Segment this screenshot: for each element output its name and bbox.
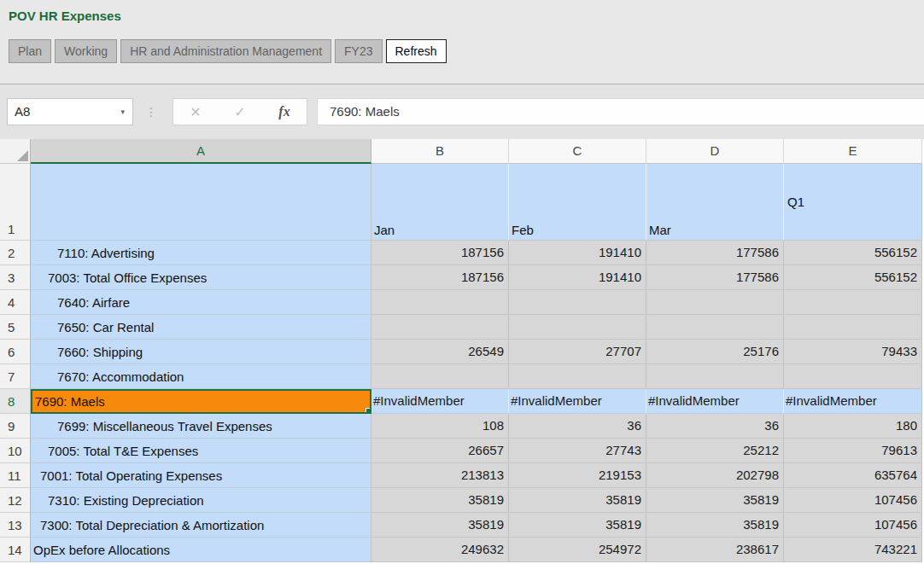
cell-D3[interactable]: 177586 [646, 265, 784, 290]
cell-C6[interactable]: 27707 [509, 340, 646, 364]
formula-input[interactable]: 7690: Maels [317, 98, 924, 125]
cell-E1[interactable]: Q1 [784, 164, 922, 241]
cell-A11[interactable]: 7001: Total Operating Expenses [31, 463, 371, 488]
column-header-E[interactable]: E [784, 139, 922, 164]
cell-C3[interactable]: 191410 [509, 265, 646, 290]
pov-button-hr-and-administration-management[interactable]: HR and Administration Management [120, 39, 331, 63]
cell-A13[interactable]: 7300: Total Depreciation & Amortization [31, 513, 371, 538]
cell-E4[interactable] [784, 290, 922, 315]
cell-B9[interactable]: 108 [371, 414, 509, 439]
name-box[interactable]: A8 ▾ [7, 98, 133, 125]
row-header-4[interactable]: 4 [0, 290, 31, 315]
column-header-A[interactable]: A [31, 139, 371, 164]
cell-D4[interactable] [646, 290, 784, 315]
cell-E9[interactable]: 180 [784, 414, 922, 439]
cell-D11[interactable]: 202798 [646, 463, 784, 488]
cell-D5[interactable] [646, 315, 784, 340]
row-header-14[interactable]: 14 [0, 538, 31, 562]
row-header-5[interactable]: 5 [0, 315, 31, 340]
cell-A12[interactable]: 7310: Existing Depreciation [31, 488, 371, 513]
cell-C2[interactable]: 191410 [509, 241, 646, 265]
cell-C10[interactable]: 27743 [509, 439, 646, 463]
cell-B1[interactable]: Jan [371, 164, 509, 241]
cell-D10[interactable]: 25212 [646, 439, 784, 463]
cell-A5[interactable]: 7650: Car Rental [31, 315, 371, 340]
cell-A7[interactable]: 7670: Accommodation [31, 364, 371, 389]
column-header-C[interactable]: C [509, 139, 646, 164]
cell-B13[interactable]: 35819 [371, 513, 509, 538]
row-header-12[interactable]: 12 [0, 488, 31, 513]
cell-E12[interactable]: 107456 [784, 488, 922, 513]
row-header-7[interactable]: 7 [0, 364, 31, 389]
cell-E6[interactable]: 79433 [784, 340, 922, 364]
cell-A10[interactable]: 7005: Total T&E Expenses [31, 439, 371, 463]
cell-D14[interactable]: 238617 [646, 538, 784, 562]
cell-E11[interactable]: 635764 [784, 463, 922, 488]
cell-C7[interactable] [509, 364, 646, 389]
cell-B7[interactable] [371, 364, 509, 389]
cell-A1[interactable] [31, 164, 371, 241]
column-header-B[interactable]: B [371, 139, 509, 164]
cell-C13[interactable]: 35819 [509, 513, 646, 538]
cell-C1[interactable]: Feb [509, 164, 646, 241]
drag-handle-icon[interactable]: ⋮ [145, 98, 155, 125]
cell-E13[interactable]: 107456 [784, 513, 922, 538]
cell-C8[interactable]: #InvalidMember [509, 389, 646, 414]
row-header-8[interactable]: 8 [0, 389, 31, 414]
cell-D13[interactable]: 35819 [646, 513, 784, 538]
enter-icon[interactable]: ✓ [234, 104, 245, 120]
insert-function-icon[interactable]: fx [278, 104, 289, 119]
cell-A14[interactable]: OpEx before Allocations [31, 538, 371, 562]
cell-E10[interactable]: 79613 [784, 439, 922, 463]
cell-D2[interactable]: 177586 [646, 241, 784, 265]
cell-B4[interactable] [371, 290, 509, 315]
row-header-13[interactable]: 13 [0, 513, 31, 538]
cell-D12[interactable]: 35819 [646, 488, 784, 513]
cell-A8[interactable]: 7690: Maels [31, 389, 371, 414]
cell-B5[interactable] [371, 315, 509, 340]
chevron-down-icon[interactable]: ▾ [120, 99, 125, 125]
cell-B6[interactable]: 26549 [371, 340, 509, 364]
cell-C14[interactable]: 254972 [509, 538, 646, 562]
cell-E7[interactable] [784, 364, 922, 389]
cell-B12[interactable]: 35819 [371, 488, 509, 513]
row-header-11[interactable]: 11 [0, 463, 31, 488]
row-header-1[interactable]: 1 [0, 164, 31, 241]
cell-D6[interactable]: 25176 [646, 340, 784, 364]
select-all-corner[interactable] [0, 139, 31, 164]
row-header-3[interactable]: 3 [0, 265, 31, 290]
pov-button-fy23[interactable]: FY23 [335, 39, 382, 63]
cell-B3[interactable]: 187156 [371, 265, 509, 290]
cell-A9[interactable]: 7699: Miscellaneous Travel Expenses [31, 414, 371, 439]
cell-A4[interactable]: 7640: Airfare [31, 290, 371, 315]
row-header-10[interactable]: 10 [0, 439, 31, 463]
cell-D7[interactable] [646, 364, 784, 389]
cell-C9[interactable]: 36 [509, 414, 646, 439]
cell-E3[interactable]: 556152 [784, 265, 922, 290]
cell-C12[interactable]: 35819 [509, 488, 646, 513]
row-header-6[interactable]: 6 [0, 340, 31, 364]
pov-button-plan[interactable]: Plan [9, 39, 51, 63]
cell-C4[interactable] [509, 290, 646, 315]
pov-button-refresh[interactable]: Refresh [386, 39, 447, 63]
cell-B8[interactable]: #InvalidMember [371, 389, 509, 414]
cell-D8[interactable]: #InvalidMember [646, 389, 784, 414]
cell-C11[interactable]: 219153 [509, 463, 646, 488]
cell-E8[interactable]: #InvalidMember [784, 389, 922, 414]
cell-E5[interactable] [784, 315, 922, 340]
cell-E14[interactable]: 743221 [784, 538, 922, 562]
pov-button-working[interactable]: Working [55, 39, 117, 63]
row-header-9[interactable]: 9 [0, 414, 31, 439]
cell-B14[interactable]: 249632 [371, 538, 509, 562]
cell-A6[interactable]: 7660: Shipping [31, 340, 371, 364]
fill-handle[interactable] [366, 408, 371, 414]
cell-B10[interactable]: 26657 [371, 439, 509, 463]
cell-E2[interactable]: 556152 [784, 241, 922, 265]
cell-A3[interactable]: 7003: Total Office Expenses [31, 265, 371, 290]
column-header-D[interactable]: D [646, 139, 784, 164]
cell-D9[interactable]: 36 [646, 414, 784, 439]
row-header-2[interactable]: 2 [0, 241, 31, 265]
cell-D1[interactable]: Mar [646, 164, 784, 241]
cell-B2[interactable]: 187156 [371, 241, 509, 265]
cell-C5[interactable] [509, 315, 646, 340]
